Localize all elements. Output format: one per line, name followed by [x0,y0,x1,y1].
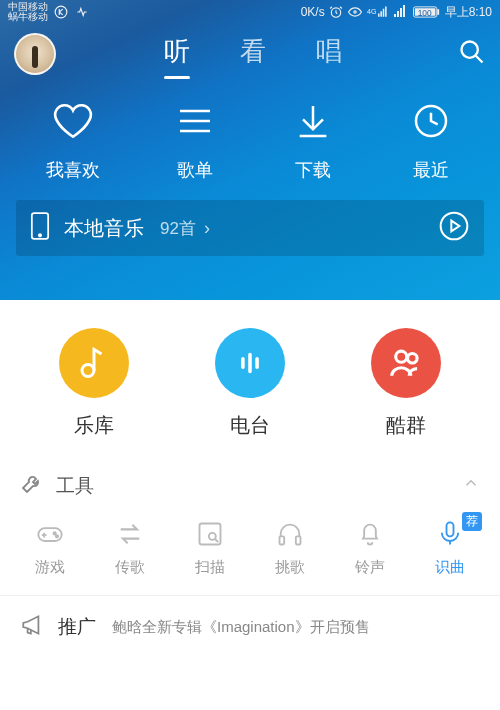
k-icon [54,5,68,19]
svg-point-17 [54,532,56,534]
signal-4g-icon: 4G [367,5,389,19]
tab-listen[interactable]: 听 [164,34,190,75]
local-music-label: 本地音乐 [64,215,144,242]
music-note-icon [76,345,112,381]
category-label: 乐库 [74,412,114,439]
equalizer-icon [233,346,267,380]
top-nav: 听 看 唱 [0,24,500,84]
carrier-labels: 中国移动 蜗牛移动 [8,2,48,22]
eye-icon [347,5,363,19]
quick-download[interactable]: 下载 [290,98,336,182]
quick-like[interactable]: 我喜欢 [46,98,100,182]
tool-game[interactable]: 游戏 [20,518,80,577]
play-button[interactable] [438,210,470,246]
signal-icon [393,5,409,19]
search-button[interactable] [450,38,486,70]
alarm-icon [329,5,343,19]
tool-label: 挑歌 [275,558,305,577]
svg-point-12 [441,213,468,240]
quick-label: 最近 [413,158,449,182]
svg-point-2 [353,11,355,13]
svg-rect-16 [38,528,61,541]
svg-point-15 [408,354,418,364]
category-row: 乐库 电台 酷群 [0,300,500,459]
main-tabs: 听 看 唱 [56,34,450,75]
svg-text:100: 100 [417,8,431,18]
battery-icon: 100 [413,5,441,19]
tool-scan[interactable]: 扫描 [180,518,240,577]
tools-section-header[interactable]: 工具 [0,459,500,510]
header-area: 中国移动 蜗牛移动 0K/s 4G 100 早上8:10 听 看 唱 [0,0,500,300]
net-speed: 0K/s [301,5,325,19]
quick-label: 下载 [295,158,331,182]
bell-icon [356,520,384,548]
svg-point-14 [396,351,407,362]
chevron-right-icon: › [204,218,210,239]
tool-transfer[interactable]: 传歌 [100,518,160,577]
svg-point-11 [39,234,41,236]
list-icon [175,101,215,141]
category-label: 电台 [230,412,270,439]
local-music-count: 92首 [160,217,196,240]
tools-title: 工具 [56,473,94,499]
tools-grid: 游戏 传歌 扫描 挑歌 铃声 荐 识曲 [0,510,500,595]
tool-label: 游戏 [35,558,65,577]
category-group[interactable]: 酷群 [371,328,441,439]
svg-point-18 [56,535,58,537]
avatar[interactable] [14,33,56,75]
recommend-badge: 荐 [462,512,482,531]
local-music-bar[interactable]: 本地音乐 92首 › [16,200,484,256]
quick-playlist[interactable]: 歌单 [172,98,218,182]
megaphone-icon [20,612,46,642]
heart-icon [52,100,94,142]
gamepad-icon [34,520,66,548]
wrench-icon [20,471,44,500]
mic-icon [436,519,464,549]
category-radio[interactable]: 电台 [215,328,285,439]
clock-text: 早上8:10 [445,4,492,21]
quick-label: 我喜欢 [46,158,100,182]
scan-icon [196,520,224,548]
category-label: 酷群 [386,412,426,439]
promo-section[interactable]: 推广 鲍晗全新专辑《Imagination》开启预售 [0,595,500,658]
category-library[interactable]: 乐库 [59,328,129,439]
svg-rect-22 [296,536,301,544]
svg-rect-21 [280,536,285,544]
chevron-up-icon [462,474,480,497]
tab-watch[interactable]: 看 [240,34,266,75]
svg-rect-23 [447,522,454,536]
tab-sing[interactable]: 唱 [316,34,342,75]
headphone-icon [275,520,305,548]
people-icon [387,344,425,382]
promo-title: 推广 [58,614,96,640]
quick-recent[interactable]: 最近 [408,98,454,182]
svg-point-0 [55,6,67,18]
transfer-icon [115,520,145,548]
tool-ringtone[interactable]: 铃声 [340,518,400,577]
quick-actions: 我喜欢 歌单 下载 最近 [0,84,500,194]
heart-rate-icon [74,5,90,19]
svg-point-8 [462,42,478,58]
tool-recognize[interactable]: 荐 识曲 [420,518,480,577]
search-icon [458,38,486,66]
clock-icon [411,101,451,141]
tool-label: 铃声 [355,558,385,577]
status-bar: 中国移动 蜗牛移动 0K/s 4G 100 早上8:10 [0,0,500,24]
tool-label: 扫描 [195,558,225,577]
tool-pick[interactable]: 挑歌 [260,518,320,577]
svg-point-20 [209,533,216,540]
tool-label: 识曲 [435,558,465,577]
tool-label: 传歌 [115,558,145,577]
svg-point-13 [82,365,94,377]
download-icon [293,101,333,141]
svg-text:4G: 4G [367,8,376,15]
promo-text: 鲍晗全新专辑《Imagination》开启预售 [112,618,480,637]
phone-icon [30,212,50,244]
quick-label: 歌单 [177,158,213,182]
svg-rect-6 [437,9,439,15]
play-icon [438,210,470,242]
